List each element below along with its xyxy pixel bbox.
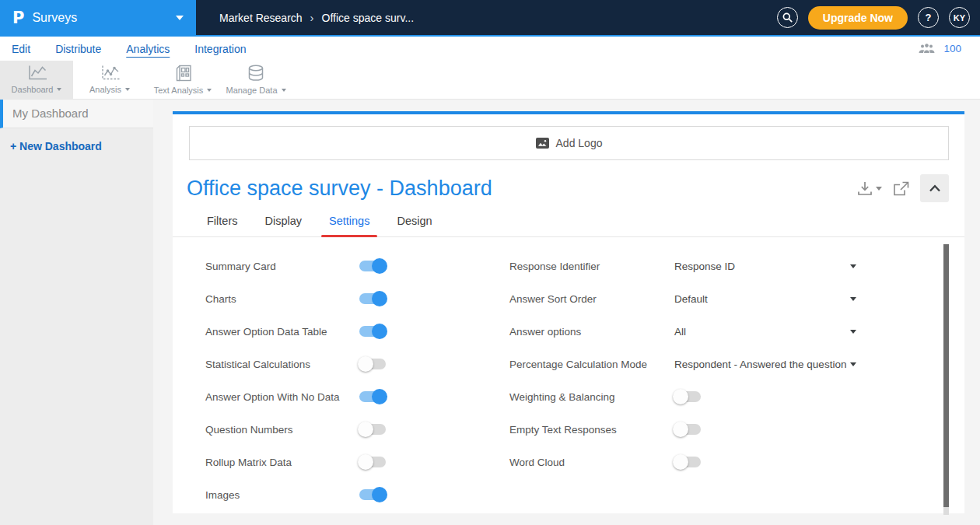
nav-tab-analytics[interactable]: Analytics — [126, 43, 170, 55]
scrollbar[interactable] — [943, 244, 949, 515]
images-toggle[interactable] — [359, 489, 386, 500]
toggle-knob — [673, 454, 688, 470]
settings-row: Answer optionsAll — [509, 315, 861, 348]
main-area: Add Logo Office space survey - Dashboard — [153, 100, 980, 525]
settings-row: Empty Text Responses — [509, 413, 861, 446]
answer-option-data-table-toggle[interactable] — [359, 326, 386, 337]
nav-tab-distribute[interactable]: Distribute — [55, 43, 101, 55]
settings-row: Charts — [205, 282, 386, 315]
toolbar-item-text-analysis[interactable]: Text Analysis — [146, 61, 219, 99]
toolbar-item-dashboard[interactable]: Dashboard — [0, 61, 73, 99]
setting-label: Answer Option With No Data — [205, 391, 359, 403]
empty-text-responses-toggle[interactable] — [674, 424, 701, 435]
toggle-knob — [358, 422, 373, 437]
toolbar-item-manage-data[interactable]: Manage Data — [219, 61, 292, 99]
settings-row: Answer Option Data Table — [205, 315, 386, 348]
toolbar: DashboardAnalysisText AnalysisManage Dat… — [0, 61, 980, 100]
tab-design[interactable]: Design — [395, 215, 433, 236]
settings-row: Images — [205, 478, 386, 511]
response-identifier-select[interactable]: Response ID — [674, 261, 861, 272]
word-cloud-toggle[interactable] — [674, 457, 701, 467]
breadcrumb-folder[interactable]: Market Research — [219, 12, 303, 24]
settings-row: Weighting & Balancing — [509, 380, 861, 413]
share-button[interactable] — [893, 181, 909, 196]
percentage-calculation-mode-select[interactable]: Respondent - Answered the question — [674, 359, 861, 370]
settings-row: Rollup Matrix Data — [205, 446, 386, 478]
statistical-calculations-toggle[interactable] — [359, 359, 386, 369]
avatar[interactable]: KY — [949, 7, 970, 28]
chevron-down-icon — [850, 264, 856, 268]
download-icon — [857, 181, 873, 196]
topbar-actions: Upgrade Now ? KY — [777, 6, 980, 30]
settings-row: Word Cloud — [509, 446, 861, 478]
answer-options-select[interactable]: All — [674, 326, 861, 338]
text-analysis-icon — [173, 65, 192, 82]
toggle-knob — [372, 389, 387, 404]
respondents-icon — [918, 43, 936, 54]
answer-option-with-no-data-toggle[interactable] — [359, 391, 386, 402]
sidebar-item-my-dashboard[interactable]: My Dashboard — [0, 100, 153, 128]
help-button[interactable]: ? — [918, 7, 939, 28]
settings-row: Answer Option With No Data — [205, 380, 386, 413]
charts-toggle[interactable] — [359, 293, 386, 304]
tab-display[interactable]: Display — [263, 215, 303, 236]
dashboard-chart-icon — [26, 65, 47, 82]
select-value: Response ID — [674, 261, 735, 272]
toggle-knob — [372, 324, 387, 339]
breadcrumb: Market Research › Office space surv... — [219, 11, 414, 24]
app-switcher[interactable]: P Surveys — [0, 0, 196, 35]
product-name: Surveys — [32, 11, 77, 25]
setting-label: Word Cloud — [509, 457, 674, 468]
nav-right: 100 — [918, 43, 980, 54]
response-count[interactable]: 100 — [943, 43, 961, 54]
toggle-knob — [358, 454, 373, 470]
toolbar-item-label: Text Analysis — [154, 86, 212, 95]
add-logo-button[interactable]: Add Logo — [189, 126, 949, 160]
search-icon — [782, 12, 793, 23]
summary-card-toggle[interactable] — [359, 261, 386, 271]
setting-label: Charts — [205, 293, 359, 305]
image-icon — [536, 138, 549, 149]
chevron-down-icon — [207, 89, 212, 92]
search-button[interactable] — [777, 7, 798, 28]
chevron-down-icon — [282, 89, 286, 92]
breadcrumb-survey[interactable]: Office space surv... — [322, 12, 415, 24]
settings-row: Statistical Calculations — [205, 348, 386, 380]
questionpro-logo-icon: P — [12, 9, 24, 27]
add-logo-label: Add Logo — [556, 137, 603, 149]
settings-row: Summary Card — [205, 250, 386, 282]
share-icon — [893, 181, 909, 196]
setting-label: Images — [205, 489, 359, 501]
nav-tab-integration[interactable]: Integration — [194, 43, 246, 55]
settings-row: Response IdentifierResponse ID — [509, 250, 861, 282]
upgrade-now-button[interactable]: Upgrade Now — [808, 6, 908, 30]
title-row: Office space survey - Dashboard — [187, 173, 949, 204]
collapse-button[interactable] — [920, 174, 949, 202]
setting-label: Percentage Calculation Mode — [509, 359, 674, 370]
setting-label: Weighting & Balancing — [509, 391, 674, 403]
tab-settings[interactable]: Settings — [327, 215, 371, 236]
breadcrumb-separator-icon: › — [310, 11, 314, 24]
dashboard-actions — [857, 174, 949, 202]
toolbar-item-analysis[interactable]: Analysis — [73, 61, 146, 99]
scrollbar-thumb[interactable] — [943, 244, 949, 507]
settings-left-column: Summary CardChartsAnswer Option Data Tab… — [205, 250, 386, 511]
select-value: All — [674, 326, 686, 338]
new-dashboard-button[interactable]: + New Dashboard — [0, 140, 153, 152]
chevron-down-icon — [57, 88, 61, 91]
toolbar-item-label: Analysis — [89, 85, 130, 94]
toggle-knob — [358, 356, 373, 372]
question-numbers-toggle[interactable] — [359, 424, 386, 435]
nav-tab-edit[interactable]: Edit — [12, 43, 30, 55]
database-icon — [246, 65, 266, 82]
weighting-balancing-toggle[interactable] — [674, 391, 701, 402]
chevron-down-icon — [850, 362, 856, 366]
download-button[interactable] — [857, 181, 882, 196]
answer-sort-order-select[interactable]: Default — [674, 293, 861, 305]
tab-filters[interactable]: Filters — [205, 215, 239, 236]
chevron-down-icon — [876, 187, 882, 191]
setting-label: Empty Text Responses — [509, 424, 674, 436]
rollup-matrix-data-toggle[interactable] — [359, 457, 386, 467]
setting-label: Answer options — [509, 326, 674, 338]
toggle-knob — [673, 422, 688, 437]
